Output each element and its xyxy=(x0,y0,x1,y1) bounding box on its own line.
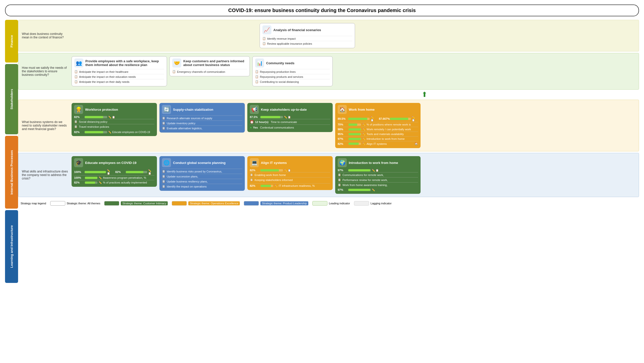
internal-row: What business systems do we need to sati… xyxy=(18,100,639,151)
card-header: 🎓 Educate employees on COVID-19 xyxy=(74,158,154,167)
item-icon: 📋 xyxy=(74,125,78,128)
card-header: 👷 Workforce protection xyxy=(74,105,154,114)
card-header: 📢 Keep stakeholders up-to-date xyxy=(250,105,330,114)
card-item-wfh3: 95% ✏️ Tools and materials availability xyxy=(338,132,418,136)
metric-value: 87.5% xyxy=(250,115,259,118)
legend-item-leading: Leading indicator xyxy=(312,201,350,206)
finance-question: What does business continuity mean in th… xyxy=(20,22,70,49)
wfh-icon: 🏠 xyxy=(338,105,347,114)
learning-label: Learning and Infrastructure xyxy=(5,210,18,283)
global-icon: 🌐 xyxy=(162,158,171,167)
finance-cards: 📈 Analysis of financial scenarios 📋 Iden… xyxy=(70,22,637,49)
lagging-indicator-label: Lagging indicator xyxy=(371,202,392,205)
item-icon: 📋 xyxy=(74,70,78,73)
legend-swatch-leading xyxy=(312,201,327,206)
grid-area: What does business continuity mean in th… xyxy=(18,20,639,360)
row-labels: Finance Stakeholders Internal Business P… xyxy=(5,20,18,360)
item-icon: 📋 xyxy=(74,120,78,123)
card-item-su1: ⏰ 12 hour(s) Time to communicate xyxy=(250,119,330,125)
card-item-sc2: 📋 Update inventory policy xyxy=(162,120,242,126)
educate-icon: 🎓 xyxy=(74,158,83,167)
card-item-gs2: 📋 Update succession plans, xyxy=(162,174,242,179)
stakeholders-upd-icon: 📢 xyxy=(250,105,259,114)
finance-label: Finance xyxy=(5,20,18,63)
card-title: Introduction to work from home xyxy=(349,161,398,165)
legend-item-operations: Strategic theme: Operations Excellence xyxy=(172,201,240,206)
card-item-gs3: 📋 Update business resiliency plans, xyxy=(162,179,242,184)
card-item-h3: 📋 Anticipate the impact on their daily n… xyxy=(74,79,164,84)
card-item-gs4: 📋 Identify the impact on operations xyxy=(162,184,242,189)
item-icon: 📋 xyxy=(338,178,341,182)
metric-row-1: 87.5% ✏️ 📋 xyxy=(250,115,330,118)
card-work-from-home: 🏠 Work from home 89.5% ✏️ 📋 xyxy=(335,103,421,148)
item-icon: 📋 xyxy=(162,185,165,188)
card-item-wp1: 📋 Social distancing policy xyxy=(74,119,154,124)
item-icon: 📋 xyxy=(74,80,78,83)
card-item-1: 📋 Identify revenue impact xyxy=(262,36,352,41)
metric-row-2: 97% ✏️ xyxy=(338,188,418,191)
card-header: 🏠 Work from home xyxy=(338,105,418,114)
legend-item-lagging: Lagging indicator xyxy=(354,201,392,206)
progress-bar-fill-2 xyxy=(85,131,103,133)
card-item-iw1: 📋 Communications for remote work, xyxy=(338,172,418,177)
item-icon: 📋 xyxy=(255,70,259,73)
legend-swatch-operations xyxy=(172,201,187,206)
card-header: 🔄 Supply-chain stabilization xyxy=(162,105,242,114)
progress-bar-bg xyxy=(260,116,283,118)
card-title: Keep stakeholders up-to-date xyxy=(261,108,307,111)
community-icon: 📊 xyxy=(255,58,264,68)
card-item-c1: 📋 Emergency channels of communication xyxy=(172,69,247,74)
card-header: 🤝 Keep customers and partners informed a… xyxy=(172,58,247,68)
legend-bar: Strategy map legend Strategic theme: All… xyxy=(18,199,639,207)
metric-row-1: 82% ✏️ 📋 xyxy=(250,169,330,172)
progress-bar-bg-1 xyxy=(85,116,107,118)
content-area: Finance Stakeholders Internal Business P… xyxy=(5,20,639,360)
card-title: Workforce protection xyxy=(85,108,118,111)
card-item-it1: 📋 Enabling work from home xyxy=(250,172,330,177)
learning-row: What skills and infrastructure does the … xyxy=(18,153,639,197)
card-item-iw2: 📋 Performance review for remote work, xyxy=(338,177,418,182)
finance-icon: 📈 xyxy=(262,25,271,34)
finance-row: What does business continuity mean in th… xyxy=(18,20,639,51)
card-header: 📈 Analysis of financial scenarios xyxy=(262,25,352,34)
card-workforce-protection: 👷 Workforce protection 82% ✏️ 📋 📋 xyxy=(72,103,157,136)
stakeholders-row: How must we satisfy the needs of the sta… xyxy=(18,53,639,90)
item-icon: 📋 xyxy=(162,180,165,183)
connector-row: ⬆ xyxy=(18,91,639,98)
card-title: Keep customers and partners informed abo… xyxy=(183,59,247,67)
legend-item-all-themes: Strategic theme: All themes xyxy=(50,201,100,206)
legend-swatch-product xyxy=(244,201,259,206)
item-icon: 📋 xyxy=(162,127,165,130)
legend-label: Strategy map legend xyxy=(21,202,46,205)
item-icon: 📋 xyxy=(162,175,165,178)
card-align-it: 💻 Align IT systems 82% ✏️ 📋 📋 xyxy=(247,156,333,190)
learning-question: What skills and infrastructure does the … xyxy=(20,155,70,195)
item-icon: 📋 xyxy=(250,178,253,182)
card-header: 🌐 Conduct global scenario planning xyxy=(162,158,242,167)
card-item-iw3: 📋 Work from home awareness training, xyxy=(338,182,418,187)
internal-label: Internal Business Processes xyxy=(5,136,18,209)
metric-row-2: 82% ✏️ Educate employees on COVID-19 xyxy=(74,131,154,134)
card-title: Community needs xyxy=(266,61,295,65)
card-header: 💻 Align IT systems xyxy=(250,158,330,167)
progress-bar-bg-2 xyxy=(85,131,107,133)
intro-wfh-icon: 🌍 xyxy=(338,158,347,167)
leading-indicator-label: Leading indicator xyxy=(329,202,350,205)
card-item-gs1: 📋 Identify business risks posed by Coron… xyxy=(162,169,242,174)
card-financial-scenarios: 📈 Analysis of financial scenarios 📋 Iden… xyxy=(260,23,355,48)
page-title: COVID-19: ensure business continuity dur… xyxy=(5,5,639,16)
card-item-wp2: 📋 Travel restriction policies xyxy=(74,124,154,129)
legend-item-product: Strategic theme: Product Leadership xyxy=(244,201,308,206)
card-title: Supply-chain stabilization xyxy=(173,108,213,111)
learning-cards: 🎓 Educate employees on COVID-19 100% xyxy=(70,155,637,195)
card-item-ee2: 82% ✏️ % of practices actually implement… xyxy=(74,180,154,185)
stakeholders-label: Stakeholders xyxy=(5,64,18,134)
card-educate-employees: 🎓 Educate employees on COVID-19 100% xyxy=(72,156,157,187)
workforce-icon: 👷 xyxy=(74,105,83,114)
card-title: Conduct global scenario planning xyxy=(173,161,225,165)
card-item-co1: 📋 Repurposing production lines xyxy=(255,69,330,74)
metric-value-1: 82% xyxy=(74,115,84,118)
card-item-wfh4: 97% ✏️ Introduction to work from home xyxy=(338,136,418,141)
it-icon: 💻 xyxy=(250,158,259,167)
item-icon: 📋 xyxy=(250,173,253,176)
